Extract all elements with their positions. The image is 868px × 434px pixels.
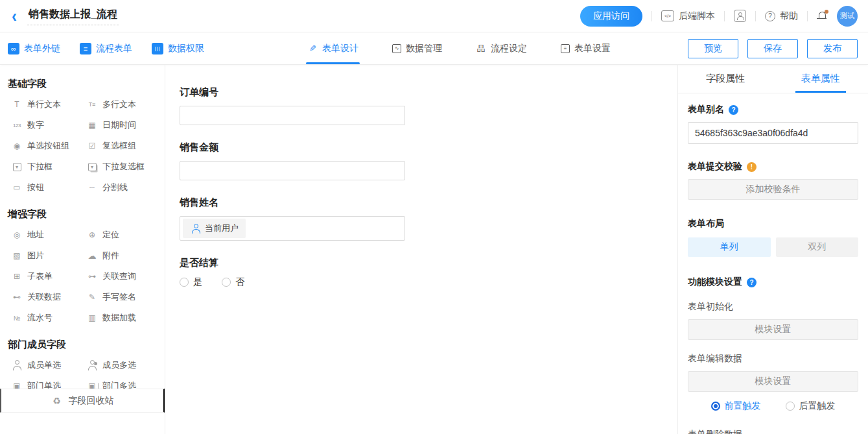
palette-item-serial-number[interactable]: 流水号: [11, 307, 86, 328]
palette-item-divider[interactable]: 分割线: [86, 177, 161, 198]
palette-item-label: 成员多选: [102, 359, 136, 371]
palette-item-dept-single[interactable]: 部门单选: [11, 376, 86, 389]
sales-amount-input[interactable]: [180, 161, 405, 180]
layout-single-column-button[interactable]: 单列: [688, 237, 771, 257]
palette-item-single-line-text[interactable]: 单行文本: [11, 94, 86, 115]
main-body: 基础字段 单行文本 多行文本 数字 日期时间 单选按钮组 复选框组 下拉框 下拉…: [0, 65, 868, 434]
publish-button[interactable]: 发布: [807, 39, 858, 58]
trigger-before-radio[interactable]: 前置触发: [711, 400, 761, 412]
signature-icon: [86, 292, 98, 302]
palette-item-member-single[interactable]: 成员单选: [11, 355, 86, 376]
field-recycle-bin-button[interactable]: 字段回收站: [0, 389, 165, 413]
radio-option-yes[interactable]: 是: [180, 276, 202, 288]
palette-item-dept-multi[interactable]: 部门多选: [86, 376, 161, 389]
tab-form-setting[interactable]: 表单设置: [561, 32, 611, 64]
palette-item-data-load[interactable]: 数据加载: [86, 307, 161, 328]
tab-data-manage[interactable]: 数据管理: [392, 32, 442, 64]
warning-circle-icon[interactable]: [747, 162, 757, 172]
notification-dot: [825, 10, 828, 14]
palette-item-label: 地址: [27, 229, 44, 241]
datetime-icon: [86, 120, 98, 130]
backend-script-label: 后端脚本: [679, 10, 715, 22]
form-field-is-settled[interactable]: 是否结算 是 否: [180, 257, 405, 288]
palette-item-radio-group[interactable]: 单选按钮组: [11, 136, 86, 156]
tab-form-properties[interactable]: 表单属性: [773, 65, 868, 93]
layout-options-row: 单列 双列: [688, 237, 858, 257]
form-init-module-button[interactable]: 模块设置: [688, 319, 858, 340]
help-button[interactable]: 帮助: [765, 10, 798, 22]
palette-item-location[interactable]: 定位: [86, 224, 161, 245]
palette-item-label: 定位: [102, 229, 119, 241]
form-field-order-number[interactable]: 订单编号: [180, 86, 405, 125]
recycle-label: 字段回收站: [69, 395, 114, 407]
app-window: ‹ 销售数据上报_流程 应用访问 后端脚本 帮助 测试: [0, 0, 868, 434]
properties-panel: 字段属性 表单属性 表单别名 表单提交校验 添加校验条件 表单布局: [677, 65, 868, 434]
current-user-chip[interactable]: 当前用户: [183, 219, 246, 238]
section-title-enhanced-fields: 增强字段: [8, 208, 165, 221]
form-toolbar: 表单外链 流程表单 数据权限 表单设计 数据管理 流程设定: [0, 32, 868, 65]
form-field-sales-person[interactable]: 销售姓名 当前用户: [180, 197, 405, 241]
palette-item-signature[interactable]: 手写签名: [86, 287, 161, 307]
palette-item-label: 单行文本: [27, 99, 61, 110]
form-edit-data-label: 表单编辑数据: [688, 353, 858, 365]
palette-item-attachment[interactable]: 附件: [86, 245, 161, 266]
palette-item-number[interactable]: 数字: [11, 115, 86, 136]
palette-item-select[interactable]: 下拉框: [11, 156, 86, 177]
palette-item-datetime[interactable]: 日期时间: [86, 115, 161, 136]
data-load-icon: [86, 313, 98, 323]
data-permission-shortcut[interactable]: 数据权限: [152, 43, 204, 54]
palette-item-multi-select[interactable]: 下拉复选框: [86, 156, 161, 177]
help-circle-icon[interactable]: [747, 278, 757, 287]
palette-item-button[interactable]: 按钮: [11, 177, 86, 198]
single-line-text-icon: [11, 99, 23, 110]
palette-item-linked-data[interactable]: 关联数据: [11, 287, 86, 307]
tab-form-design[interactable]: 表单设计: [307, 32, 358, 64]
back-icon[interactable]: ‹: [12, 7, 17, 25]
basic-fields-grid: 单行文本 多行文本 数字 日期时间 单选按钮组 复选框组 下拉框 下拉复选框 按…: [0, 94, 165, 198]
app-access-button[interactable]: 应用访问: [580, 6, 642, 27]
location-icon: [86, 230, 98, 240]
field-label: 销售金额: [180, 141, 405, 154]
tab-field-properties[interactable]: 字段属性: [678, 65, 773, 93]
backend-script-button[interactable]: 后端脚本: [661, 10, 715, 22]
select-icon: [13, 163, 21, 171]
member-select-input[interactable]: 当前用户: [180, 216, 405, 241]
form-delete-data-label: 表单删除数据: [688, 429, 858, 434]
order-number-input[interactable]: [180, 106, 405, 125]
radio-option-no[interactable]: 否: [222, 276, 244, 288]
save-button[interactable]: 保存: [747, 39, 798, 58]
form-alias-input[interactable]: [688, 122, 858, 144]
external-link-shortcut[interactable]: 表单外链: [8, 43, 60, 54]
page-title[interactable]: 销售数据上报_流程: [27, 6, 119, 25]
preview-button[interactable]: 预览: [688, 39, 738, 58]
trigger-after-radio[interactable]: 后置触发: [786, 400, 836, 412]
palette-item-image[interactable]: 图片: [11, 245, 86, 266]
palette-item-lookup-query[interactable]: 关联查询: [86, 266, 161, 287]
help-circle-icon[interactable]: [729, 105, 738, 115]
palette-item-subform[interactable]: 子表单: [11, 266, 86, 287]
form-edit-module-button[interactable]: 模块设置: [688, 371, 858, 392]
user-avatar[interactable]: 测试: [837, 6, 858, 27]
palette-item-checkbox-group[interactable]: 复选框组: [86, 136, 161, 156]
dept-single-icon: [11, 381, 23, 389]
flow-form-shortcut[interactable]: 流程表单: [80, 43, 132, 54]
field-label: 销售姓名: [180, 197, 405, 209]
palette-item-member-multi[interactable]: 成员多选: [86, 355, 161, 376]
form-field-sales-amount[interactable]: 销售金额: [180, 141, 405, 180]
divider: [755, 11, 756, 21]
section-title-basic-fields: 基础字段: [8, 78, 165, 90]
layout-double-column-button[interactable]: 双列: [776, 237, 859, 257]
data-manage-icon: [392, 44, 401, 53]
palette-item-label: 部门单选: [27, 380, 61, 389]
palette-item-address[interactable]: 地址: [11, 224, 86, 245]
add-validation-button[interactable]: 添加校验条件: [688, 179, 858, 200]
palette-item-label: 流水号: [27, 312, 53, 324]
form-design-canvas[interactable]: 订单编号 销售金额 销售姓名 当前用户 是否结算: [165, 65, 677, 434]
tab-flow-setting[interactable]: 流程设定: [476, 32, 527, 64]
address-icon: [11, 230, 23, 240]
contacts-button[interactable]: [734, 10, 746, 22]
properties-content: 表单别名 表单提交校验 添加校验条件 表单布局 单列 双列 功能模块设置: [678, 93, 868, 434]
notification-bell-icon[interactable]: [817, 10, 828, 21]
palette-item-label: 分割线: [102, 182, 128, 193]
palette-item-multi-line-text[interactable]: 多行文本: [86, 94, 161, 115]
